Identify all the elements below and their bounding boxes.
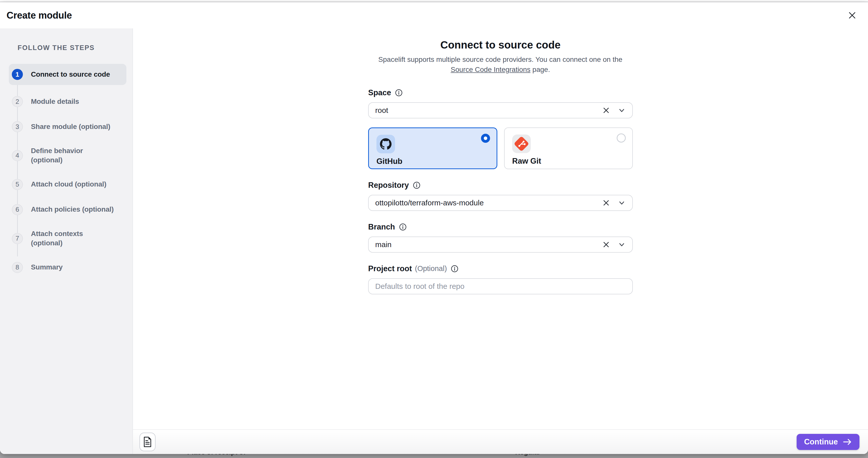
branch-select-value: main <box>375 240 392 249</box>
step-content: Connect to source code Spacelift support… <box>133 28 868 429</box>
space-select[interactable]: root <box>368 102 633 118</box>
chevron-down-icon[interactable] <box>618 241 626 249</box>
step-label: Attach cloud (optional) <box>31 180 106 189</box>
steps-list: 1 Connect to source code 2 Module detail… <box>0 64 132 273</box>
clear-icon[interactable] <box>602 199 610 207</box>
repository-select-value: ottopilotto/terraform-aws-module <box>375 199 484 207</box>
step-item-attach-policies[interactable]: 6 Attach policies (optional) <box>9 204 126 215</box>
step-number-badge: 6 <box>12 204 23 215</box>
continue-label: Continue <box>804 437 838 447</box>
provider-card-raw-git[interactable]: Raw Git <box>504 127 633 169</box>
space-select-value: root <box>375 106 388 115</box>
step-item-connect-to-source-code[interactable]: 1 Connect to source code <box>9 64 126 85</box>
step-item-define-behavior[interactable]: 4 Define behavior (optional) <box>9 146 126 165</box>
step-number-badge: 4 <box>12 150 23 161</box>
step-label: Attach policies (optional) <box>31 205 114 214</box>
branch-label: Branch <box>368 222 395 232</box>
project-root-input[interactable] <box>368 278 633 294</box>
close-button[interactable] <box>845 8 859 22</box>
github-icon <box>376 135 395 153</box>
subtitle-text: Spacelift supports multiple source code … <box>378 56 622 63</box>
clear-icon[interactable] <box>602 241 610 249</box>
step-number-badge: 7 <box>12 233 23 244</box>
provider-options: GitHub <box>368 127 633 169</box>
step-label: Attach contexts (optional) <box>31 229 83 248</box>
radio-unselected-icon[interactable] <box>617 133 626 143</box>
step-item-attach-contexts[interactable]: 7 Attach contexts (optional) <box>9 229 126 248</box>
branch-select[interactable]: main <box>368 237 633 253</box>
step-label: Summary <box>31 263 63 272</box>
step-item-share-module[interactable]: 3 Share module (optional) <box>9 121 126 132</box>
step-number-badge: 1 <box>12 69 23 80</box>
step-label: Module details <box>31 97 79 106</box>
sidebar-heading: FOLLOW THE STEPS <box>18 44 132 52</box>
info-icon[interactable] <box>395 89 403 96</box>
clear-icon[interactable] <box>602 106 610 114</box>
subtitle-suffix: page. <box>530 66 550 73</box>
modal-footer: Continue <box>133 429 868 454</box>
modal-body: FOLLOW THE STEPS 1 Connect to source cod… <box>0 28 868 454</box>
main-panel: Connect to source code Spacelift support… <box>133 28 868 454</box>
chevron-down-icon[interactable] <box>618 199 626 207</box>
project-root-label: Project root <box>368 264 412 273</box>
step-label: Define behavior (optional) <box>31 146 83 165</box>
optional-tag: (Optional) <box>415 265 447 273</box>
info-icon[interactable] <box>399 223 407 231</box>
source-code-integrations-link[interactable]: Source Code Integrations <box>451 66 530 73</box>
modal-title: Create module <box>6 10 72 21</box>
documentation-button[interactable] <box>140 433 156 451</box>
step-item-attach-cloud[interactable]: 5 Attach cloud (optional) <box>9 179 126 190</box>
step-label: Share module (optional) <box>31 122 110 131</box>
modal-header: Create module <box>0 2 868 28</box>
steps-sidebar: FOLLOW THE STEPS 1 Connect to source cod… <box>0 28 133 454</box>
step-label: Connect to source code <box>31 70 110 79</box>
step-number-badge: 2 <box>12 96 23 107</box>
space-label: Space <box>368 88 391 97</box>
radio-selected-icon[interactable] <box>481 134 490 143</box>
chevron-down-icon[interactable] <box>618 106 626 114</box>
continue-button[interactable]: Continue <box>797 434 860 450</box>
page-title: Connect to source code <box>368 39 633 51</box>
repository-label: Repository <box>368 181 409 190</box>
document-icon <box>143 436 152 448</box>
step-item-module-details[interactable]: 2 Module details <box>9 96 126 107</box>
provider-card-github[interactable]: GitHub <box>368 127 497 169</box>
create-module-modal: Create module FOLLOW THE STEPS 1 Connect… <box>0 2 868 454</box>
git-icon <box>512 134 531 153</box>
step-number-badge: 8 <box>12 262 23 273</box>
arrow-right-icon <box>843 438 852 446</box>
step-number-badge: 5 <box>12 179 23 190</box>
step-item-summary[interactable]: 8 Summary <box>9 262 126 273</box>
repository-select[interactable]: ottopilotto/terraform-aws-module <box>368 195 633 211</box>
info-icon[interactable] <box>451 265 458 273</box>
provider-label: GitHub <box>376 157 497 166</box>
step-number-badge: 3 <box>12 121 23 132</box>
info-icon[interactable] <box>413 182 421 189</box>
close-icon <box>847 10 857 20</box>
provider-label: Raw Git <box>512 157 632 166</box>
page-subtitle: Spacelift supports multiple source code … <box>354 55 646 75</box>
